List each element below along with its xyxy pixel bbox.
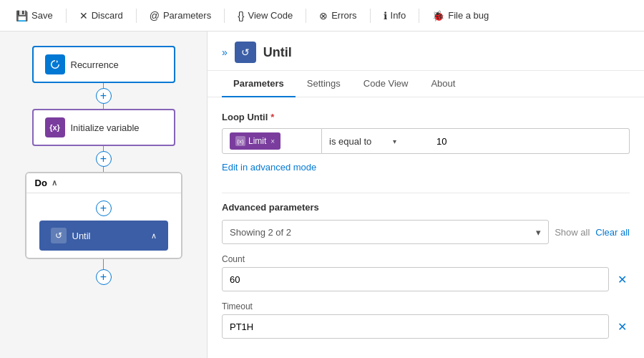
toolbar-divider-5 xyxy=(370,9,371,23)
count-input-row: ✕ xyxy=(222,267,630,291)
timeout-input[interactable] xyxy=(222,314,609,339)
separator xyxy=(222,193,630,193)
connector-line-2 xyxy=(103,146,104,151)
panel-node-icon: ↺ xyxy=(235,42,256,63)
errors-icon: ⊗ xyxy=(319,10,328,21)
do-label: Do xyxy=(35,178,47,188)
chip-var-icon: {x} xyxy=(235,136,245,146)
bug-icon: 🐞 xyxy=(432,10,444,21)
toolbar-divider-1 xyxy=(66,9,67,23)
until-chevron-icon: ∧ xyxy=(151,231,157,241)
do-chevron-icon: ∧ xyxy=(52,178,57,188)
discard-button[interactable]: ✕ Discard xyxy=(72,7,130,24)
panel-expand-button[interactable]: » xyxy=(222,47,228,58)
init-variable-node[interactable]: {x} Initialize variable xyxy=(32,109,175,146)
flow-canvas: Recurrence + {x} Initialize variable + D… xyxy=(0,32,208,358)
add-step-button-4[interactable]: + xyxy=(96,269,112,285)
add-step-button-3[interactable]: + xyxy=(96,200,112,216)
showing-dropdown[interactable]: Showing 2 of 2 ▾ xyxy=(222,220,549,244)
toolbar-divider-3 xyxy=(224,9,225,23)
main-layout: Recurrence + {x} Initialize variable + D… xyxy=(0,32,644,358)
showing-label: Showing 2 of 2 xyxy=(230,227,291,238)
do-header-left: Do ∧ xyxy=(35,178,57,188)
tab-about[interactable]: About xyxy=(419,71,467,97)
tab-settings[interactable]: Settings xyxy=(296,71,352,97)
connector-line-3 xyxy=(103,259,104,269)
view-code-button[interactable]: {} View Code xyxy=(230,7,300,24)
add-step-button-2[interactable]: + xyxy=(96,151,112,167)
parameters-button[interactable]: @ Parameters xyxy=(142,7,218,24)
show-all-button[interactable]: Show all xyxy=(555,227,590,238)
toolbar-divider-6 xyxy=(419,9,419,23)
add-step-button-1[interactable]: + xyxy=(96,88,112,104)
parameters-icon: @ xyxy=(150,10,160,21)
until-node-left: ↺ Until xyxy=(51,228,91,243)
required-indicator: * xyxy=(270,112,274,122)
timeout-label: Timeout xyxy=(222,301,630,311)
connector-line-1 xyxy=(103,83,104,88)
tab-parameters[interactable]: Parameters xyxy=(222,71,296,97)
do-header[interactable]: Do ∧ xyxy=(26,173,181,193)
value-input[interactable] xyxy=(429,128,630,154)
connector-2: + xyxy=(96,146,112,172)
toolbar: 💾 Save ✕ Discard @ Parameters {} View Co… xyxy=(0,0,644,32)
timeout-clear-button[interactable]: ✕ xyxy=(615,317,630,337)
info-icon: ℹ xyxy=(384,10,387,21)
timeout-param-row: Timeout ✕ xyxy=(222,301,630,339)
view-code-icon: {} xyxy=(238,10,244,21)
recurrence-node[interactable]: Recurrence xyxy=(32,46,175,83)
tabs-bar: Parameters Settings Code View About xyxy=(208,71,644,97)
until-node[interactable]: ↺ Until ∧ xyxy=(39,221,168,251)
init-var-icon: {x} xyxy=(45,117,65,137)
connector-line-2b xyxy=(103,167,104,172)
connector-line-1b xyxy=(103,104,104,109)
until-icon: ↺ xyxy=(51,228,67,243)
loop-until-row: {x} Limit × is equal to ▾ xyxy=(222,128,630,154)
loop-until-label: Loop Until * xyxy=(222,112,630,122)
do-body: + ↺ Until ∧ xyxy=(26,193,181,258)
until-label: Until xyxy=(72,231,91,241)
clear-all-button[interactable]: Clear all xyxy=(595,227,630,238)
save-button[interactable]: 💾 Save xyxy=(9,7,60,24)
right-panel: » ↺ Until Parameters Settings Code View … xyxy=(208,32,644,358)
save-icon: 💾 xyxy=(16,10,28,21)
showing-dropdown-arrow-icon: ▾ xyxy=(536,227,541,238)
edit-advanced-button[interactable]: Edit in advanced mode xyxy=(222,162,316,173)
connector-3: + xyxy=(96,259,112,285)
tab-code-view[interactable]: Code View xyxy=(352,71,420,97)
chip-container[interactable]: {x} Limit × xyxy=(222,128,322,154)
panel-header: » ↺ Until xyxy=(208,32,644,71)
chip-label: Limit xyxy=(248,136,266,146)
advanced-params-row: Showing 2 of 2 ▾ Show all Clear all xyxy=(222,220,630,244)
condition-dropdown-arrow-icon: ▾ xyxy=(393,137,396,145)
count-clear-button[interactable]: ✕ xyxy=(615,270,630,289)
timeout-input-row: ✕ xyxy=(222,314,630,339)
info-button[interactable]: ℹ Info xyxy=(376,7,414,24)
toolbar-divider-2 xyxy=(136,9,137,23)
chip-close-button[interactable]: × xyxy=(270,137,275,145)
discard-icon: ✕ xyxy=(79,10,88,21)
errors-button[interactable]: ⊗ Errors xyxy=(312,7,364,24)
connector-1: + xyxy=(96,83,112,109)
panel-title: Until xyxy=(263,45,292,60)
advanced-params-header: Advanced parameters xyxy=(222,202,630,213)
toolbar-divider-4 xyxy=(306,9,306,23)
limit-chip: {x} Limit × xyxy=(230,132,280,150)
count-param-row: Count ✕ xyxy=(222,254,630,291)
recurrence-icon xyxy=(45,54,65,74)
panel-content: Loop Until * {x} Limit × is equal to ▾ xyxy=(208,97,644,358)
condition-dropdown[interactable]: is equal to ▾ xyxy=(322,128,429,154)
file-bug-button[interactable]: 🐞 File a bug xyxy=(425,7,496,24)
do-container: Do ∧ + ↺ Until ∧ xyxy=(25,172,182,259)
count-label: Count xyxy=(222,254,630,264)
count-input[interactable] xyxy=(222,267,609,291)
